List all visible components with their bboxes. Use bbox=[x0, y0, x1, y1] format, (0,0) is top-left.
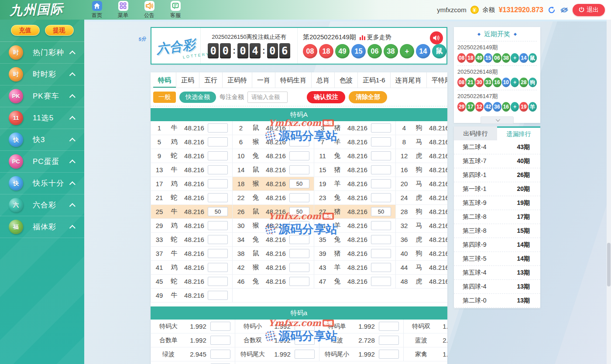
bet-amount-input[interactable] bbox=[289, 165, 309, 174]
bet-cell-32[interactable]: 32马48.216 bbox=[396, 219, 447, 233]
sidebar-item-0[interactable]: 时热门彩种 bbox=[0, 42, 84, 64]
bet-amount-input[interactable] bbox=[289, 137, 309, 146]
bet-cell-11[interactable]: 11兔48.216 bbox=[314, 149, 396, 163]
bet-amount-input[interactable] bbox=[379, 322, 399, 331]
bet-amount-input[interactable] bbox=[295, 322, 315, 331]
bet-amount-input[interactable] bbox=[208, 221, 228, 230]
tab-6[interactable]: 总肖 bbox=[312, 72, 335, 88]
bet-cell-34[interactable]: 34兔48.216 bbox=[233, 233, 314, 247]
tab-9[interactable]: 连肖尾肖 bbox=[391, 72, 427, 88]
quick-amount-button[interactable]: 快选金额 bbox=[179, 92, 216, 103]
bet-amount-input[interactable] bbox=[208, 207, 228, 216]
bet-cell-特码尾小[interactable]: 特码尾小1.992 bbox=[319, 347, 404, 361]
bet-cell-9[interactable]: 9蛇48.216 bbox=[151, 149, 233, 163]
bet-cell-10[interactable]: 10兔48.216 bbox=[233, 149, 314, 163]
bet-amount-input[interactable] bbox=[371, 137, 391, 146]
bet-cell-21[interactable]: 21蛇48.216 bbox=[151, 191, 233, 205]
tab-7[interactable]: 色波 bbox=[335, 72, 358, 88]
bet-cell-17[interactable]: 17鸡48.216 bbox=[151, 177, 233, 191]
sidebar-item-2[interactable]: PKPK赛车 bbox=[0, 85, 84, 107]
bet-cell-45[interactable]: 45蛇48.216 bbox=[151, 275, 233, 289]
bet-amount-input[interactable] bbox=[371, 193, 391, 202]
bet-cell-12[interactable]: 12虎48.216 bbox=[396, 149, 447, 163]
sidebar-item-8[interactable]: 福福体彩 bbox=[0, 216, 84, 238]
nav-home[interactable]: 首页 bbox=[88, 1, 106, 19]
bet-cell-13[interactable]: 13牛48.216 bbox=[151, 163, 233, 177]
bet-amount-input[interactable] bbox=[371, 165, 391, 174]
bet-cell-extra[interactable] bbox=[151, 361, 235, 364]
sidebar-item-3[interactable]: 1111选5 bbox=[0, 107, 84, 129]
withdraw-button[interactable]: 提现 bbox=[45, 25, 74, 36]
bet-cell-29[interactable]: 29鸡48.216 bbox=[151, 219, 233, 233]
page-scrollbar[interactable] bbox=[607, 20, 611, 364]
bet-amount-input[interactable] bbox=[371, 123, 391, 133]
bet-amount-input[interactable] bbox=[289, 193, 309, 202]
bet-amount-input[interactable] bbox=[208, 277, 228, 286]
nav-service[interactable]: 客服 bbox=[166, 1, 185, 19]
bet-amount-input[interactable] bbox=[289, 277, 309, 286]
bet-cell-合数双[interactable]: 合数双1.992 bbox=[235, 333, 319, 347]
bet-cell-8[interactable]: 8马48.216 bbox=[396, 135, 447, 149]
bet-cell-7[interactable]: 7羊48.216 bbox=[314, 135, 396, 149]
bet-cell-36[interactable]: 36虎48.216 bbox=[396, 233, 447, 247]
bet-amount-input[interactable] bbox=[289, 221, 309, 230]
bet-amount-input[interactable] bbox=[371, 277, 391, 286]
bet-cell-1[interactable]: 1牛48.216 bbox=[151, 121, 233, 135]
bet-amount-input[interactable] bbox=[371, 235, 391, 244]
bet-cell-特码尾大[interactable]: 特码尾大1.992 bbox=[235, 347, 319, 361]
tab-5[interactable]: 特码生肖 bbox=[275, 72, 312, 88]
bet-amount-input[interactable] bbox=[208, 249, 228, 258]
bet-amount-input[interactable] bbox=[208, 235, 228, 244]
bet-cell-16[interactable]: 16狗48.216 bbox=[396, 163, 447, 177]
bet-amount-input[interactable] bbox=[371, 249, 391, 258]
draw-item[interactable]: 20250226149期081849150638+14鼠 bbox=[457, 41, 537, 65]
bet-cell-26[interactable]: 26鼠48.216 bbox=[233, 205, 314, 219]
bet-amount-input[interactable] bbox=[289, 207, 309, 216]
bet-cell-22[interactable]: 22兔48.216 bbox=[233, 191, 314, 205]
confirm-bet-button[interactable]: 确认投注 bbox=[307, 91, 345, 103]
bet-amount-input[interactable] bbox=[208, 151, 228, 160]
bet-cell-28[interactable]: 28狗48.216 bbox=[396, 205, 447, 219]
bet-amount-input[interactable] bbox=[208, 193, 228, 202]
bet-cell-2[interactable]: 2鼠48.216 bbox=[233, 121, 314, 135]
bet-cell-30[interactable]: 30猴48.216 bbox=[233, 219, 314, 233]
tab-10[interactable]: 平特尾数 bbox=[427, 72, 447, 88]
bet-cell-46[interactable]: 46兔48.216 bbox=[233, 275, 314, 289]
bet-amount-input[interactable] bbox=[379, 336, 399, 345]
tab-2[interactable]: 五行 bbox=[199, 72, 223, 88]
nav-announcement[interactable]: 公告 bbox=[140, 1, 158, 19]
sidebar-item-5[interactable]: PCPC蛋蛋 bbox=[0, 151, 84, 173]
bet-cell-3[interactable]: 3猪48.216 bbox=[314, 121, 396, 135]
bet-cell-蓝波[interactable]: 蓝波2.945 bbox=[404, 333, 447, 347]
draw-item[interactable]: 20250226147期291712423616+19羊 bbox=[457, 90, 537, 114]
expand-draws-button[interactable] bbox=[481, 116, 514, 124]
bet-amount-input[interactable] bbox=[289, 123, 309, 133]
nav-menu[interactable]: 菜单 bbox=[114, 1, 132, 19]
bet-cell-42[interactable]: 42猴48.216 bbox=[233, 261, 314, 275]
bet-amount-input[interactable] bbox=[289, 249, 309, 258]
bet-cell-19[interactable]: 19羊48.216 bbox=[314, 177, 396, 191]
tab-8[interactable]: 正码1-6 bbox=[358, 72, 391, 88]
bet-cell-合数单[interactable]: 合数单1.992 bbox=[151, 333, 235, 347]
general-mode-button[interactable]: 一般 bbox=[153, 92, 176, 103]
bet-cell-39[interactable]: 39猪48.216 bbox=[314, 247, 396, 261]
bet-cell-33[interactable]: 33蛇48.216 bbox=[151, 233, 233, 247]
bet-cell-24[interactable]: 24虎48.216 bbox=[396, 191, 447, 205]
bet-cell-38[interactable]: 38鼠48.216 bbox=[233, 247, 314, 261]
bet-amount-input[interactable] bbox=[210, 336, 230, 345]
bet-cell-15[interactable]: 15猪48.216 bbox=[314, 163, 396, 177]
bet-amount-input[interactable] bbox=[208, 165, 228, 174]
bet-cell-35[interactable]: 35兔48.216 bbox=[314, 233, 396, 247]
tab-1[interactable]: 正码 bbox=[176, 72, 199, 88]
bet-cell-特码小[interactable]: 特码小1.992 bbox=[235, 320, 319, 333]
amount-input[interactable] bbox=[247, 92, 288, 103]
bet-cell-25[interactable]: 25牛48.216 bbox=[151, 205, 233, 219]
bet-cell-5[interactable]: 5鸡48.216 bbox=[151, 135, 233, 149]
bet-amount-input[interactable] bbox=[208, 179, 228, 188]
bet-amount-input[interactable] bbox=[289, 151, 309, 160]
bet-cell-6[interactable]: 6猴48.216 bbox=[233, 135, 314, 149]
bet-amount-input[interactable] bbox=[371, 151, 391, 160]
bet-cell-特码双[interactable]: 特码双1.992 bbox=[404, 320, 447, 333]
bet-amount-input[interactable] bbox=[371, 221, 391, 230]
bet-amount-input[interactable] bbox=[371, 207, 391, 216]
